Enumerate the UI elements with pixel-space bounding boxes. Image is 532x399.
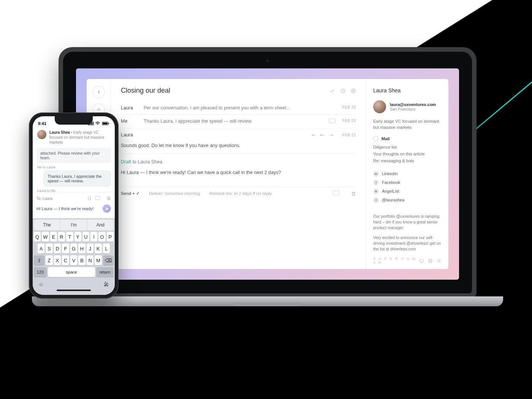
- letter-key[interactable]: N: [87, 255, 94, 265]
- letter-key[interactable]: X: [54, 255, 61, 265]
- phone-notch: [55, 116, 93, 125]
- message-sender: Me: [121, 119, 144, 124]
- letter-key[interactable]: Y: [74, 232, 81, 242]
- svg-rect-3: [429, 259, 430, 260]
- gear-icon[interactable]: [437, 258, 442, 263]
- suggestion[interactable]: And: [87, 220, 114, 230]
- letter-key[interactable]: M: [95, 255, 102, 265]
- social-facebook[interactable]: fFacebook: [373, 178, 442, 187]
- message-sender: Laura: [121, 132, 133, 138]
- forward-icon[interactable]: [329, 133, 334, 138]
- social-linkedin[interactable]: inLinkedIn: [373, 169, 442, 178]
- compose-to[interactable]: To: Laura: [36, 196, 52, 201]
- svg-rect-5: [429, 261, 430, 262]
- mail-item[interactable]: Your thoughts on this article: [373, 150, 442, 157]
- message-date: FEB 20: [342, 119, 356, 124]
- check-icon[interactable]: [329, 88, 335, 93]
- braces-icon[interactable]: { }: [88, 196, 91, 201]
- home-indicator[interactable]: [57, 290, 91, 291]
- message-preview: Thanks Laura, I appreciate the speed — w…: [144, 119, 329, 124]
- svg-rect-4: [431, 259, 432, 260]
- letter-key[interactable]: B: [78, 255, 86, 265]
- letter-key[interactable]: A: [38, 244, 44, 253]
- back-button[interactable]: [93, 86, 105, 98]
- suggestion[interactable]: The: [34, 220, 60, 230]
- social-twitter[interactable]: t@laurashea: [373, 196, 442, 204]
- phone-thread[interactable]: attached. Please review with your team. …: [33, 148, 115, 192]
- status-time: 9:41: [38, 121, 46, 126]
- mail-icon: [373, 136, 378, 141]
- phone-thread-header: Laura Shea • Early stage VC focused on d…: [33, 128, 115, 148]
- compose-body[interactable]: Hi Laura — I think we're ready!: [36, 206, 94, 211]
- send-button[interactable]: Send + ✓: [121, 191, 140, 196]
- grid-icon[interactable]: [428, 258, 433, 263]
- laptop-mockup: Closing our deal Laura Per our conversat…: [59, 47, 477, 298]
- mic-key[interactable]: 🎤︎: [104, 281, 109, 287]
- message-open: Laura FEB 21 Sounds good. Do let me know…: [121, 128, 356, 154]
- deliver-schedule[interactable]: Deliver: tomorrow morning: [149, 191, 200, 196]
- attachment-icon[interactable]: [95, 196, 103, 201]
- attachment-icon[interactable]: [333, 191, 342, 196]
- expand-icon[interactable]: [106, 196, 111, 201]
- remind-schedule[interactable]: Remind me: in 2 days if no reply: [209, 191, 272, 196]
- letter-key[interactable]: V: [70, 255, 78, 265]
- message-row[interactable]: Laura Per our conversation, I am pleased…: [121, 101, 356, 115]
- letter-key[interactable]: Z: [46, 255, 53, 265]
- suggestion[interactable]: I'm: [60, 220, 87, 230]
- contact-location: San Francisco: [390, 107, 436, 111]
- letter-key[interactable]: S: [46, 244, 52, 253]
- keyboard-row: QWERTYUIOP: [34, 232, 114, 242]
- clock-icon[interactable]: [340, 88, 345, 93]
- mail-section-label: Mail: [382, 136, 390, 141]
- previous-message-fragment: attached. Please review with your team.: [36, 148, 111, 163]
- draft-body[interactable]: Hi Laura — I think we're ready! Can we h…: [121, 165, 356, 187]
- letter-key[interactable]: L: [103, 244, 110, 253]
- chat-icon[interactable]: [419, 258, 424, 263]
- letter-key[interactable]: O: [98, 232, 105, 242]
- mail-item[interactable]: Re: messaging & bots: [373, 157, 442, 164]
- reply-icon[interactable]: [311, 133, 316, 138]
- letter-key[interactable]: R: [58, 232, 65, 242]
- wifi-icon: [95, 122, 100, 125]
- letter-key[interactable]: D: [54, 244, 61, 253]
- twitter-icon: t: [373, 197, 379, 203]
- letter-key[interactable]: U: [82, 232, 89, 242]
- letter-key[interactable]: J: [87, 244, 93, 253]
- return-key[interactable]: return: [96, 267, 114, 277]
- reply-all-icon[interactable]: [320, 133, 325, 138]
- laptop-bezel: Closing our deal Laura Per our conversat…: [63, 52, 472, 293]
- letter-key[interactable]: G: [70, 244, 77, 253]
- keyboard-row: 123 space return: [34, 267, 114, 277]
- message-row[interactable]: Me Thanks Laura, I appreciate the speed …: [121, 115, 356, 128]
- letter-key[interactable]: C: [62, 255, 69, 265]
- phone-compose: To: Laura { } Hi Laura — I think we're r…: [33, 192, 115, 218]
- letter-key[interactable]: Q: [34, 232, 41, 242]
- space-key[interactable]: space: [48, 267, 95, 277]
- snooze-icon[interactable]: [351, 88, 356, 93]
- letter-key[interactable]: T: [66, 232, 73, 242]
- tweet: Very excited to announce our self-drivin…: [373, 235, 442, 252]
- compose-bar: Send + ✓ Deliver: tomorrow morning Remin…: [121, 187, 356, 200]
- shift-key[interactable]: ⇧: [34, 255, 44, 265]
- letter-key[interactable]: K: [95, 244, 101, 253]
- mail-item[interactable]: Diligence list: [373, 144, 442, 150]
- email-app: Closing our deal Laura Per our conversat…: [87, 79, 448, 269]
- backspace-key[interactable]: ⌫: [103, 255, 114, 265]
- contact-avatar: [373, 100, 386, 113]
- emoji-key[interactable]: ☺: [38, 281, 44, 287]
- letter-key[interactable]: P: [107, 232, 114, 242]
- letter-key[interactable]: I: [90, 232, 97, 242]
- facebook-icon: f: [373, 180, 379, 185]
- number-key[interactable]: 123: [34, 267, 47, 277]
- thread-header-actions: [329, 88, 356, 93]
- keyboard-row: ⇧ ZXCVBNM ⌫: [34, 255, 114, 265]
- laptop-hinge-notch: [233, 302, 302, 306]
- letter-key[interactable]: W: [42, 232, 49, 242]
- letter-key[interactable]: F: [62, 244, 69, 253]
- draft-label: Draft: [121, 159, 131, 165]
- letter-key[interactable]: E: [50, 232, 57, 242]
- letter-key[interactable]: H: [78, 244, 85, 253]
- send-button[interactable]: ➤: [103, 204, 111, 213]
- trash-icon[interactable]: [351, 191, 356, 196]
- social-angellist[interactable]: AAngelList: [373, 187, 442, 196]
